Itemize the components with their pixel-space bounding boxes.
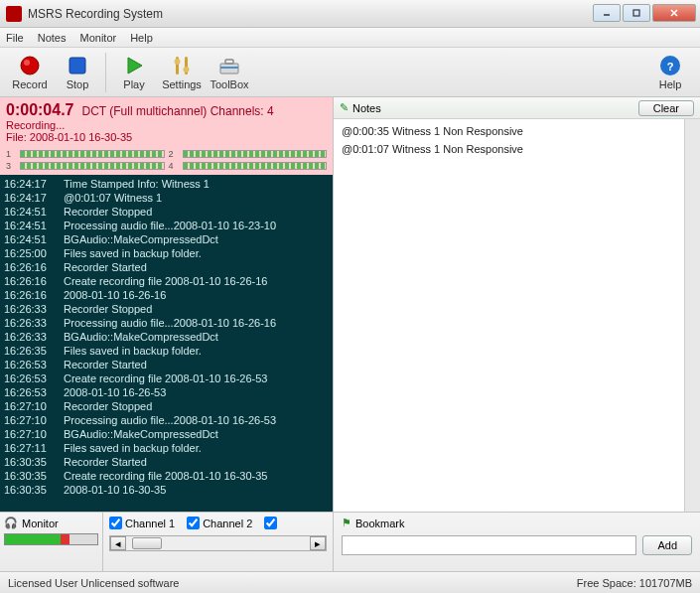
log-row: 16:26:16Create recording file 2008-01-10… [4,274,329,288]
monitor-meter [4,533,98,545]
log-row: 16:27:11Files saved in backup folder. [4,441,329,455]
log-row: 16:30:35Create recording file 2008-01-10… [4,469,329,483]
settings-label: Settings [162,78,202,90]
close-button[interactable] [652,4,696,22]
window-title: MSRS Recording System [28,7,591,21]
log-row: 16:24:17@0:01:07 Witness 1 [4,191,329,205]
svg-point-5 [24,60,30,66]
svg-rect-1 [633,10,639,16]
monitor-label: Monitor [22,518,59,529]
help-button[interactable]: ? Help [646,50,694,95]
monitor-box: 🎧 Monitor [0,513,103,571]
svg-marker-7 [128,58,142,74]
channel-2-label: Channel 2 [203,518,252,529]
channels-scrollbar[interactable]: ◂ ▸ [109,535,327,551]
note-item[interactable]: @0:00:35 Witness 1 Non Responsive [342,125,676,137]
right-pane: ✎ Notes Clear @0:00:35 Witness 1 Non Res… [334,97,700,512]
help-label: Help [659,78,682,90]
toolbox-label: ToolBox [210,78,248,90]
log-row: 16:24:17Time Stamped Info: Witness 1 [4,177,329,191]
log-row: 16:26:162008-01-10 16-26-16 [4,288,329,302]
license-status: Licensed User Unlicensed software [8,577,179,589]
note-item[interactable]: @0:01:07 Witness 1 Non Responsive [342,143,676,155]
svg-rect-13 [225,60,233,64]
headphones-icon: 🎧 [4,517,18,529]
stop-icon [66,54,89,77]
log-row: 16:27:10Recorder Stopped [4,399,329,413]
log-row: 16:24:51BGAudio::MakeCompressedDct [4,232,329,246]
toolbar: Record Stop Play Settings ToolBox ? Help [0,48,700,97]
record-label: Record [12,78,47,90]
notes-scrollbar[interactable] [684,119,700,512]
level-meters: 1 2 3 4 [0,147,333,175]
log-row: 16:25:00Files saved in backup folder. [4,246,329,260]
ch4-label: 4 [169,161,179,171]
meter-2 [183,150,328,158]
play-icon [122,54,146,77]
maximize-button[interactable] [623,4,650,22]
help-icon: ? [658,54,682,77]
recording-state: Recording... [6,119,327,131]
log-row: 16:26:532008-01-10 16-26-53 [4,385,329,399]
meter-1 [20,150,165,158]
svg-point-11 [184,67,190,73]
notes-list[interactable]: @0:00:35 Witness 1 Non Responsive@0:01:0… [334,119,684,512]
settings-button[interactable]: Settings [158,50,206,95]
scroll-right-icon[interactable]: ▸ [310,536,326,550]
bookmark-box: ⚑ Bookmark Add [334,513,700,571]
log-row: 16:26:16Recorder Started [4,260,329,274]
ch1-label: 1 [6,149,16,159]
scroll-left-icon[interactable]: ◂ [110,536,126,550]
channels-box: Channel 1 Channel 2 ◂ ▸ [103,513,334,571]
log-row: 16:26:53Create recording file 2008-01-10… [4,371,329,385]
svg-rect-6 [70,58,85,74]
titlebar: MSRS Recording System [0,0,700,28]
log-row: 16:24:51Processing audio file...2008-01-… [4,219,329,232]
log-row: 16:24:51Recorder Stopped [4,205,329,219]
bookmark-label: Bookmark [355,518,405,529]
record-icon [18,54,42,77]
channel-3-checkbox[interactable] [264,517,277,529]
notes-title: Notes [352,102,381,114]
clear-button[interactable]: Clear [638,100,694,116]
log-row: 16:26:35Files saved in backup folder. [4,344,329,358]
log-row: 16:26:33Recorder Stopped [4,302,329,316]
scroll-thumb[interactable] [132,537,162,549]
bookmark-input[interactable] [342,535,636,555]
log-row: 16:30:35Recorder Started [4,455,329,469]
toolbox-button[interactable]: ToolBox [206,50,253,95]
statusbar: Licensed User Unlicensed software Free S… [0,571,700,593]
left-pane: 0:00:04.7DCT (Full multichannel) Channel… [0,97,334,512]
log-row: 16:26:53Recorder Started [4,358,329,371]
pencil-icon: ✎ [340,101,349,114]
log-row: 16:30:352008-01-10 16-30-35 [4,483,329,497]
record-button[interactable]: Record [6,50,54,95]
meter-3 [20,162,165,170]
svg-point-10 [175,59,181,65]
settings-icon [170,54,194,77]
play-label: Play [123,78,144,90]
recording-status: 0:00:04.7DCT (Full multichannel) Channel… [0,97,333,147]
menu-file[interactable]: File [6,32,24,44]
ch3-label: 3 [6,161,16,171]
channel-2-checkbox[interactable]: Channel 2 [187,517,252,529]
menubar: File Notes Monitor Help [0,28,700,48]
log-row: 16:27:10Processing audio file...2008-01-… [4,413,329,427]
svg-text:?: ? [667,61,674,73]
stop-button[interactable]: Stop [54,50,101,95]
menu-monitor[interactable]: Monitor [79,32,116,44]
menu-help[interactable]: Help [130,32,153,44]
svg-rect-14 [220,67,238,69]
app-icon [6,6,22,22]
bookmark-icon: ⚑ [342,517,351,529]
menu-notes[interactable]: Notes [38,32,67,44]
event-log[interactable]: 16:24:17Time Stamped Info: Witness 116:2… [0,175,333,512]
ch2-label: 2 [169,149,179,159]
separator [105,53,106,92]
log-row: 16:26:33BGAudio::MakeCompressedDct [4,330,329,344]
add-button[interactable]: Add [642,535,692,555]
channel-1-checkbox[interactable]: Channel 1 [109,517,175,529]
minimize-button[interactable] [593,4,621,22]
play-button[interactable]: Play [110,50,158,95]
timecode: 0:00:04.7 [6,101,74,118]
